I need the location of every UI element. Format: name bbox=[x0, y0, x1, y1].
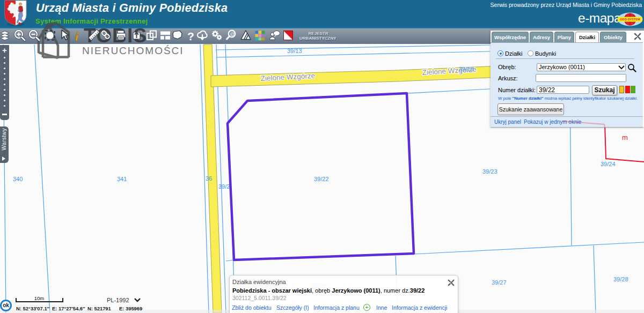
svg-text:i: i bbox=[75, 30, 79, 43]
svg-text:PL-1992: PL-1992 bbox=[107, 297, 129, 303]
svg-text:10m: 10m bbox=[34, 295, 45, 301]
svg-text:REJESTR: REJESTR bbox=[309, 31, 328, 36]
svg-text:URBANISTYCZNY: URBANISTYCZNY bbox=[299, 36, 336, 41]
svg-text:@: @ bbox=[230, 31, 236, 37]
svg-text:?: ? bbox=[187, 30, 194, 42]
